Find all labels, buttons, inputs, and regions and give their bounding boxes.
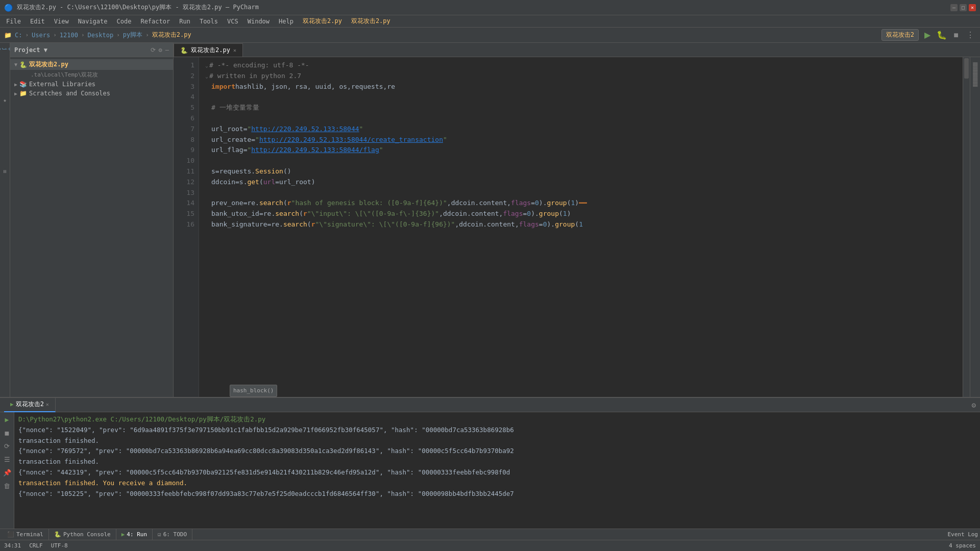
menu-code[interactable]: Code <box>113 17 136 26</box>
menu-refactor[interactable]: Refactor <box>136 17 174 26</box>
event-log-link[interactable]: Event Log <box>947 531 978 538</box>
tree-icon-ext: 📚 <box>19 81 27 88</box>
menu-run[interactable]: Run <box>175 17 194 26</box>
run-output-7: {"nonce": "105225", "prev": "00000333fee… <box>18 489 976 499</box>
run-tab-close[interactable]: ✕ <box>46 402 49 407</box>
sidebar-favorites-icon[interactable]: ★ <box>1 96 9 104</box>
project-tool-collapse[interactable]: — <box>165 46 169 54</box>
close-button[interactable]: ✕ <box>969 4 976 11</box>
right-panel-icons: ▓▓▓▓▓▓▓▓▓▓ <box>970 57 980 397</box>
project-tool-sync[interactable]: ⟳ <box>151 46 156 54</box>
tree-label-scratches: Scratches and Consoles <box>29 90 110 97</box>
code-line-8: url_create="http://220.249.52.133:58044/… <box>205 135 957 145</box>
sidebar-structure-icon[interactable]: ≡ <box>1 167 9 176</box>
menu-file1[interactable]: 双花攻击2.py <box>299 16 346 27</box>
menu-window[interactable]: Window <box>243 17 274 26</box>
run-button[interactable]: ▶ <box>922 30 933 41</box>
code-line-2: ⌄# written in python 2.7 <box>205 71 957 82</box>
project-tool-gear[interactable]: ⚙ <box>159 46 162 54</box>
tree-item-root[interactable]: ▼ 🐍 双花攻击2.py <box>10 59 173 70</box>
footer-tab-todo[interactable]: ☑ 6: TODO <box>153 529 192 540</box>
editor-tab-main[interactable]: 🐍 双花攻击2.py ✕ <box>174 43 243 57</box>
run-rerun-icon[interactable]: ⟳ <box>2 441 12 451</box>
footer-tabs: ⬛ Terminal 🐍 Python Console ▶ 4: Run ☑ 6… <box>0 529 980 540</box>
code-content[interactable]: ⌄# -*- encoding: utf-8 -*- ⌄# written in… <box>199 57 963 397</box>
project-header: Project ▼ ⟳ ⚙ — <box>10 43 173 57</box>
run-output-4: transaction finished. <box>18 457 976 467</box>
status-indent: 4 spaces <box>949 542 976 549</box>
breadcrumb-pyscripts[interactable]: py脚本 <box>123 31 142 39</box>
run-tab-icon: ▶ <box>10 401 14 408</box>
bottom-settings-icon[interactable]: ⚙ <box>972 401 976 409</box>
editor-area: 🐍 双花攻击2.py ✕ 12345 678910 111213141516 ⌄… <box>174 43 980 397</box>
footer-tab-python-console[interactable]: 🐍 Python Console <box>49 529 116 540</box>
tree-arrow-root: ▼ <box>14 62 17 67</box>
minimap-icon: ▓▓▓▓▓▓▓▓▓▓ <box>972 59 978 90</box>
title-bar: 🔵 双花攻击2.py - C:\Users\12100\Desktop\py脚本… <box>0 0 980 15</box>
title-bar-left: 🔵 双花攻击2.py - C:\Users\12100\Desktop\py脚本… <box>4 3 259 12</box>
menu-view[interactable]: View <box>50 17 73 26</box>
code-line-12: ddcoin = s.get(url=url_root) <box>205 177 957 188</box>
tree-item-temp[interactable]: .ta\Local\Temp\双花攻 <box>10 70 173 80</box>
code-line-6 <box>205 113 957 124</box>
more-button[interactable]: ⋮ <box>965 30 976 41</box>
bottom-tab-bar: ▶ 双花攻击2 ✕ ⚙ <box>0 398 980 412</box>
run-clear-icon[interactable]: 🗑 <box>2 481 12 491</box>
minimize-button[interactable]: — <box>950 4 958 11</box>
tree-icon-py: 🐍 <box>19 61 27 68</box>
code-line-13 <box>205 188 957 198</box>
status-bar: 34:31 CRLF UTF-8 4 spaces <box>0 540 980 551</box>
debug-button[interactable]: 🐛 <box>936 30 947 41</box>
footer-tab-python-console-label: Python Console <box>63 531 111 538</box>
footer-tab-terminal-label: Terminal <box>16 531 43 538</box>
title-bar-controls: — □ ✕ <box>950 4 976 11</box>
breadcrumb-users[interactable]: Users <box>32 32 50 39</box>
run-output-5: {"nonce": "442319", "prev": "00000c5f5cc… <box>18 467 976 478</box>
tooltip-hint: hash_block() <box>230 385 277 397</box>
stop-button[interactable]: ■ <box>950 30 962 41</box>
menu-navigate[interactable]: Navigate <box>74 17 112 26</box>
tree-arrow-scratches: ▶ <box>14 91 17 96</box>
tree-item-scratches[interactable]: ▶ 📁 Scratches and Consoles <box>10 89 173 98</box>
toolbar-right: 双花攻击2 ▶ 🐛 ■ ⋮ <box>881 29 976 41</box>
menu-file2[interactable]: 双花攻击2.py <box>347 16 395 27</box>
editor-tab-close[interactable]: ✕ <box>233 47 236 53</box>
run-tab[interactable]: ▶ 双花攻击2 ✕ <box>4 398 56 412</box>
menu-file[interactable]: File <box>2 17 25 26</box>
todo-icon: ☑ <box>158 531 161 538</box>
maximize-button[interactable]: □ <box>960 4 967 11</box>
breadcrumb-desktop[interactable]: Desktop <box>88 32 114 39</box>
run-play-icon[interactable]: ▶ <box>2 414 12 424</box>
breadcrumb-drive[interactable]: C: <box>15 32 22 39</box>
menu-help[interactable]: Help <box>275 17 298 26</box>
run-pin-icon[interactable]: 📌 <box>2 467 12 478</box>
run-config-selector[interactable]: 双花攻击2 <box>881 29 919 41</box>
project-tools: ⟳ ⚙ — <box>151 46 169 54</box>
menu-tools[interactable]: Tools <box>195 17 222 26</box>
project-header-title: Project ▼ <box>14 46 47 54</box>
run-output-2: transaction finished. <box>18 436 976 446</box>
code-line-5: # 一堆变量常量 <box>205 103 957 113</box>
code-editor[interactable]: 12345 678910 111213141516 ⌄# -*- encodin… <box>174 57 980 397</box>
footer-tab-terminal[interactable]: ⬛ Terminal <box>2 529 49 540</box>
title-bar-title: 双花攻击2.py - C:\Users\12100\Desktop\py脚本 -… <box>17 3 259 12</box>
right-scrollbar[interactable] <box>963 57 970 397</box>
run-list-icon[interactable]: ☰ <box>2 454 12 464</box>
menu-vcs[interactable]: VCS <box>223 17 242 26</box>
menu-edit[interactable]: Edit <box>26 17 49 26</box>
breadcrumb-file[interactable]: 双花攻击2.py <box>152 31 191 39</box>
footer-tab-run[interactable]: ▶ 4: Run <box>116 529 153 540</box>
code-line-4 <box>205 92 957 103</box>
tree-label-ext: External Libraries <box>29 81 95 88</box>
footer-tab-todo-label: 6: TODO <box>163 531 187 538</box>
tree-item-external[interactable]: ▶ 📚 External Libraries <box>10 80 173 89</box>
breadcrumb-12100[interactable]: 12100 <box>60 32 78 39</box>
sidebar-project-icon[interactable]: Project <box>1 45 9 53</box>
app-icon: 🔵 <box>4 4 13 12</box>
run-stop-icon[interactable]: ■ <box>2 428 12 438</box>
code-line-15: bank_utox_id=re.search(r"\"input\": \[\"… <box>205 209 957 219</box>
run-icon: ▶ <box>121 531 125 538</box>
status-encoding: UTF-8 <box>51 542 68 549</box>
python-console-icon: 🐍 <box>54 531 61 538</box>
toolbar: 📁 C: › Users › 12100 › Desktop › py脚本 › … <box>0 28 980 43</box>
